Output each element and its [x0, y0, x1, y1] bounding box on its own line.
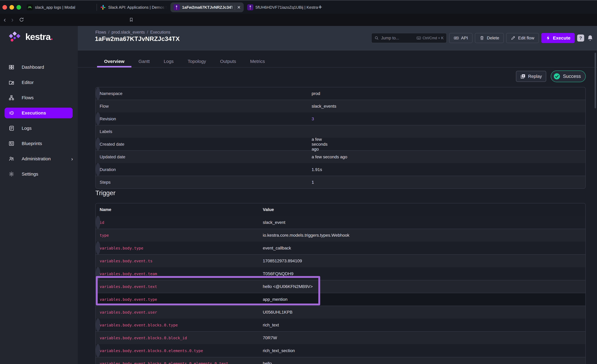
- kestra-favicon: [173, 4, 180, 10]
- browser-url-bar: ‹ › Not Secure 18.153.185.126:8080/ui/ex…: [0, 14, 597, 26]
- tab-metrics[interactable]: Metrics: [243, 56, 272, 67]
- overview-row-created-date: Created date a few seconds ago: [96, 138, 100, 150]
- tab-gantt[interactable]: Gantt: [131, 56, 157, 67]
- kestra-app: kestra. Dashboard Editor Flows Execution…: [0, 26, 597, 364]
- execute-button[interactable]: Execute: [541, 33, 575, 43]
- trigger-row: id slack_event: [96, 216, 100, 229]
- sidebar-item-executions[interactable]: Executions: [5, 108, 73, 118]
- header-actions: Jump to... Ctrl/Cmd + K API API Delete: [371, 33, 594, 43]
- trigger-row: variables.body.event.blocks.0.elements.0…: [96, 357, 585, 364]
- tab-outputs[interactable]: Outputs: [213, 56, 243, 67]
- browser-tab[interactable]: slack_app logs | Modal: [27, 0, 75, 14]
- dashboard-icon: [8, 64, 14, 70]
- tab-title: slack_app logs | Modal: [35, 5, 75, 10]
- minimize-window-button[interactable]: [9, 5, 14, 10]
- replay-button[interactable]: Replay: [516, 71, 546, 82]
- sidebar-item-flows[interactable]: Flows: [0, 92, 78, 103]
- execution-tabs-row: OverviewGanttLogsTopologyOutputsMetrics: [78, 56, 597, 67]
- breadcrumb-segment[interactable]: Flows: [95, 30, 106, 34]
- trigger-value: U056UHL1KPB: [263, 310, 292, 315]
- trigger-value: hello <@U06KFN2MB9V>: [263, 284, 313, 289]
- trigger-table: Name Valueid slack_eventtype io.kestra.c…: [95, 203, 586, 364]
- notifications-bell-icon[interactable]: [587, 34, 594, 41]
- sidebar-item-label: Administration: [22, 156, 51, 161]
- page-title: 1aFw2ma67KTJvNRZJc34TX: [95, 35, 180, 42]
- sidebar-item-dashboard[interactable]: Dashboard: [0, 62, 78, 72]
- trigger-key: variables.body.event.text: [96, 285, 263, 289]
- trigger-key: variables.body.event.blocks.0.elements.0…: [96, 348, 263, 353]
- row-label: Flow: [96, 104, 312, 109]
- executions-icon: [8, 110, 14, 116]
- help-button[interactable]: ?: [577, 34, 584, 41]
- sidebar-item-label: Executions: [22, 111, 46, 116]
- row-value: slack_events: [312, 104, 336, 109]
- sidebar-item-label: Blueprints: [22, 141, 42, 146]
- breadcrumb-segment[interactable]: Executions: [150, 30, 170, 34]
- kestra-logo-icon: [8, 32, 21, 42]
- row-label: Namespace: [96, 91, 312, 96]
- bookmark-icon[interactable]: [127, 16, 135, 24]
- maximize-window-button[interactable]: [16, 5, 21, 10]
- back-button[interactable]: ‹: [1, 16, 8, 24]
- pencil-icon: [511, 35, 516, 41]
- overview-row-flow: Flow slack_events: [96, 100, 585, 112]
- tab-logs[interactable]: Logs: [157, 56, 181, 67]
- close-tab-icon[interactable]: ✕: [235, 5, 241, 10]
- row-value: a few seconds ago: [312, 137, 328, 152]
- reload-button[interactable]: [18, 16, 25, 24]
- breadcrumb-segment[interactable]: prod.slack_events: [111, 30, 145, 34]
- editor-icon: [8, 79, 14, 85]
- row-value: 1: [312, 180, 314, 185]
- search-shortcut: Ctrl/Cmd + K: [416, 36, 444, 40]
- trigger-value: app_mention: [263, 297, 288, 302]
- kestra-favicon: [247, 4, 253, 10]
- edit-flow-button[interactable]: Edit flow: [506, 33, 539, 43]
- trigger-value: 70R7W: [263, 335, 277, 340]
- sidebar-item-administration[interactable]: Administration›: [0, 153, 78, 164]
- sidebar-item-editor[interactable]: Editor: [0, 77, 78, 88]
- row-label: Labels: [96, 129, 312, 134]
- breadcrumb-separator: /: [147, 30, 148, 34]
- window-controls[interactable]: [2, 5, 21, 10]
- lightning-icon: [546, 35, 551, 41]
- tab-overview[interactable]: Overview: [97, 56, 131, 67]
- success-check-icon: [553, 73, 560, 80]
- row-value[interactable]: 3: [312, 117, 314, 121]
- trigger-key: variables.body.event.blocks.0.type: [96, 323, 263, 327]
- overview-row-revision: Revision 3: [96, 112, 100, 125]
- browser-tab[interactable]: 1aFw2ma67KTJvNRZJc34TX ✕: [171, 2, 244, 12]
- row-value: prod: [312, 91, 320, 96]
- sidebar: kestra. Dashboard Editor Flows Execution…: [0, 26, 78, 364]
- browser-tab[interactable]: 5fUH6HDVF71iazoZq1UBij | Kestra: [247, 0, 318, 14]
- tab-title: 5fUH6HDVF71iazoZq1UBij | Kestra: [255, 5, 318, 10]
- sidebar-item-label: Dashboard: [22, 65, 44, 70]
- delete-button[interactable]: Delete: [475, 33, 504, 43]
- row-label: Steps: [96, 180, 312, 185]
- sidebar-item-logs[interactable]: Logs: [0, 123, 78, 134]
- trash-icon: [479, 35, 485, 41]
- sidebar-item-label: Settings: [22, 172, 38, 177]
- forward-button[interactable]: ›: [8, 16, 16, 24]
- svg-text:API: API: [455, 37, 458, 39]
- jump-to-search-input[interactable]: Jump to... Ctrl/Cmd + K: [371, 33, 447, 43]
- sidebar-item-blueprints[interactable]: Blueprints: [0, 138, 78, 149]
- breadcrumb[interactable]: Flows/prod.slack_events/Executions: [95, 30, 170, 35]
- trigger-row: variables.body.event.text hello <@U06KFN…: [96, 280, 585, 293]
- tab-title: Slack API: Applications | Demos Sl: [108, 5, 167, 10]
- trigger-key: variables.body.event.blocks.0.elements.0…: [96, 361, 263, 364]
- trigger-row: variables.body.event.blocks.0.elements.0…: [96, 344, 100, 357]
- search-icon: [374, 36, 379, 40]
- execution-overview-table: Namespace prodFlow slack_eventsRevision …: [95, 87, 586, 189]
- tab-topology[interactable]: Topology: [181, 56, 213, 67]
- kestra-logo[interactable]: kestra.: [8, 32, 53, 42]
- settings-icon: [8, 171, 14, 177]
- scrollbar-thumb[interactable]: [595, 53, 596, 108]
- close-window-button[interactable]: [2, 5, 7, 10]
- flows-icon: [8, 95, 14, 101]
- sidebar-item-settings[interactable]: Settings: [0, 169, 78, 179]
- blueprints-icon: [8, 141, 14, 146]
- api-icon: API: [454, 35, 459, 41]
- new-tab-button[interactable]: +: [318, 3, 322, 11]
- api-button[interactable]: API API: [449, 33, 472, 43]
- browser-tab[interactable]: Slack API: Applications | Demos Sl: [100, 0, 167, 14]
